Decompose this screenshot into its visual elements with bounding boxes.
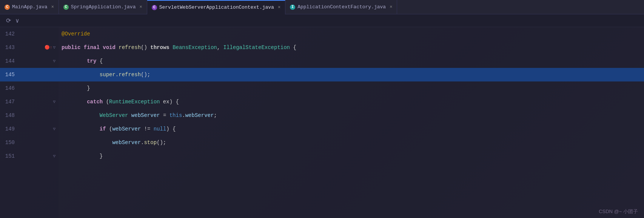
code-text-151: }	[59, 149, 103, 163]
tab-icon-spring: C	[63, 5, 69, 10]
tab-close-servlet[interactable]: ×	[278, 5, 280, 10]
code-line-149: if (webServer != null) {	[59, 122, 644, 136]
tab-icon-mainapp: C	[5, 5, 10, 10]
code-text-147: catch (RuntimeException ex) {	[59, 95, 179, 109]
tab-bar: C MainApp.java × C SpringApplication.jav…	[0, 0, 644, 14]
tab-close-factory[interactable]: ×	[390, 5, 392, 10]
code-line-146: }	[59, 81, 644, 95]
tab-icon-factory: I	[290, 5, 295, 10]
tab-icon-servlet: C	[152, 5, 157, 10]
tab-close-mainapp[interactable]: ×	[51, 5, 54, 10]
chevron-down-icon[interactable]: ∨	[14, 16, 21, 25]
tab-spring[interactable]: C SpringApplication.java ×	[59, 0, 147, 14]
code-text-144: try {	[59, 54, 103, 68]
gutter-line-143: 143 🔴↑ ▽	[0, 41, 59, 54]
line-num-144: 144	[0, 54, 21, 68]
code-line-150: webServer.stop();	[59, 136, 644, 149]
line-num-147: 147	[0, 95, 21, 109]
code-text-142: @Override	[59, 27, 90, 41]
gutter-icons-147: ▽	[21, 95, 59, 109]
line-num-149: 149	[0, 122, 21, 136]
refresh-icon[interactable]: ⟳	[5, 16, 12, 25]
code-text-143: public final void refresh() throws Beans…	[59, 41, 296, 54]
code-line-144: try {	[59, 54, 644, 68]
code-text-148: WebServer webServer = this.webServer;	[59, 109, 217, 122]
gutter-line-150: 150	[0, 136, 59, 149]
fold-arrow-143[interactable]: ▽	[53, 41, 55, 54]
csdn-watermark: CSDN @~ 小团子	[599, 208, 638, 215]
code-content: @Override public final void refresh() th…	[59, 27, 644, 218]
code-line-151: }	[59, 149, 644, 163]
code-text-145: super.refresh();	[59, 68, 150, 81]
tab-label-servlet: ServletWebServerApplicationContext.java	[159, 5, 274, 10]
line-num-145: 145	[0, 68, 21, 81]
toolbar-row: ⟳ ∨	[0, 14, 644, 27]
line-gutter: 142 143 🔴↑ ▽ 144 ▽ 145	[0, 27, 59, 218]
tab-label-mainapp: MainApp.java	[12, 4, 48, 10]
gutter-line-142: 142	[0, 27, 59, 41]
gutter-icons-143: 🔴↑ ▽	[21, 41, 59, 54]
line-num-151: 151	[0, 149, 21, 163]
line-num-148: 148	[0, 109, 21, 122]
gutter-icons-144: ▽	[21, 54, 59, 68]
gutter-line-146: 146	[0, 81, 59, 95]
code-text-149: if (webServer != null) {	[59, 122, 176, 136]
gutter-line-151: 151 ▽	[0, 149, 59, 163]
gutter-icons-149: ▽	[21, 122, 59, 136]
tab-close-spring[interactable]: ×	[139, 5, 142, 10]
line-num-143: 143	[0, 41, 21, 54]
code-line-147: catch (RuntimeException ex) {	[59, 95, 644, 109]
tab-label-factory: ApplicationContextFactory.java	[297, 4, 386, 10]
line-num-142: 142	[0, 27, 21, 41]
code-text-150: webServer.stop();	[59, 136, 166, 149]
gutter-line-147: 147 ▽	[0, 95, 59, 109]
tab-mainapp[interactable]: C MainApp.java ×	[0, 0, 59, 14]
breakpoint-icon[interactable]: 🔴↑	[45, 41, 52, 54]
fold-arrow-149[interactable]: ▽	[53, 122, 55, 136]
gutter-line-148: 148	[0, 109, 59, 122]
line-num-150: 150	[0, 136, 21, 149]
tab-factory[interactable]: I ApplicationContextFactory.java ×	[285, 0, 397, 14]
gutter-line-149: 149 ▽	[0, 122, 59, 136]
editor-container: C MainApp.java × C SpringApplication.jav…	[0, 0, 644, 218]
gutter-line-145: 145	[0, 68, 59, 81]
csdn-label: CSDN @~ 小团子	[599, 209, 638, 214]
gutter-icons-151: ▽	[21, 149, 59, 163]
code-line-148: WebServer webServer = this.webServer;	[59, 109, 644, 122]
code-text-146: }	[59, 81, 90, 95]
fold-arrow-147[interactable]: ▽	[53, 95, 55, 109]
code-line-143: public final void refresh() throws Beans…	[59, 41, 644, 54]
line-num-146: 146	[0, 81, 21, 95]
tab-label-spring: SpringApplication.java	[71, 4, 136, 10]
code-line-145: super.refresh();	[59, 68, 644, 81]
fold-arrow-151[interactable]: ▽	[53, 149, 55, 163]
code-area: 142 143 🔴↑ ▽ 144 ▽ 145	[0, 27, 644, 218]
code-line-142: @Override	[59, 27, 644, 41]
tab-servlet[interactable]: C ServletWebServerApplicationContext.jav…	[147, 0, 285, 14]
fold-arrow-144[interactable]: ▽	[53, 54, 55, 68]
gutter-line-144: 144 ▽	[0, 54, 59, 68]
